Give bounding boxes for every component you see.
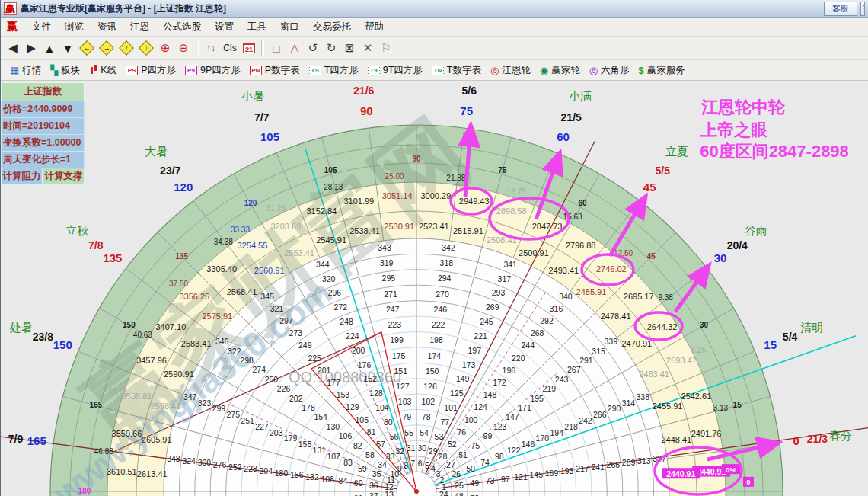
number-ring-value: 243: [555, 375, 569, 384]
back-icon[interactable]: ◀: [4, 39, 22, 57]
percent-ring-value: 28.13: [324, 183, 343, 191]
cls-icon[interactable]: Cls: [220, 39, 240, 57]
menu-item-8[interactable]: 交易委托: [306, 19, 358, 35]
number-ring-value: 31: [407, 443, 416, 453]
view-button-hexagon[interactable]: ◎六角形: [585, 63, 634, 78]
menu-item-5[interactable]: 设置: [208, 19, 241, 35]
menu-item-9[interactable]: 帮助: [358, 19, 391, 35]
price-ring-inner-value: 2493.41: [548, 266, 579, 275]
number-ring-value: 226: [277, 384, 291, 393]
number-ring-value: 170: [536, 434, 550, 443]
gann-wheel-canvas[interactable]: 赢家财富网www.yingjia360.comQQ:10088003602412…: [1, 81, 868, 496]
view-button-kline[interactable]: K线: [85, 63, 121, 78]
percent-ring-value: 40.63: [133, 331, 152, 339]
number-ring-value: 228: [244, 464, 257, 473]
number-ring-value: 204: [260, 466, 273, 475]
view-button-t-square[interactable]: TST四方形: [305, 63, 363, 78]
number-ring-value: 13: [385, 490, 394, 496]
pan-up-icon[interactable]: ↑: [116, 39, 136, 57]
price-ring-inner-value: 2463.41: [639, 370, 669, 379]
zoom-in-icon[interactable]: ⊕: [156, 39, 174, 57]
rotate-ccw-icon[interactable]: ↺: [304, 39, 322, 57]
number-ring-value: 348: [167, 454, 180, 463]
price-ring-inner-value: 2598.41: [151, 402, 181, 411]
zoom-out-icon[interactable]: ⊖: [174, 39, 193, 57]
price-ring-inner-value: 2613.41: [137, 469, 168, 478]
outer-degree-label: 120: [174, 181, 193, 194]
number-ring-value: 53: [435, 432, 444, 441]
toolbar-separator: [261, 40, 264, 56]
outer-degree-label: 165: [27, 434, 46, 447]
calc-resistance-button[interactable]: 计算阻力: [1, 168, 43, 185]
box-x-icon[interactable]: ⊠: [340, 39, 359, 57]
view-button-p-square[interactable]: PSP四方形: [121, 63, 180, 78]
price-ring-inner-value: 2538.41: [349, 226, 380, 235]
scale-updown-icon[interactable]: ↑↓: [202, 39, 220, 57]
view-button-quotes[interactable]: ▦行情: [5, 63, 46, 78]
view-button-winner-service[interactable]: $赢家服务: [634, 63, 690, 78]
calc-support-button[interactable]: 计算支撑: [43, 168, 85, 185]
view-button-p-table[interactable]: PNP数字表: [245, 63, 305, 78]
percent-ring-value: 3.13: [713, 404, 729, 412]
price-ring-outer-value: 2695.17: [624, 292, 654, 301]
number-ring-value: 252: [228, 462, 242, 472]
pan-left-icon[interactable]: ←: [77, 39, 97, 57]
price-ring-inner-current: 2440.91: [666, 469, 695, 478]
number-ring-value: 6: [418, 459, 423, 468]
view-button-9t-square[interactable]: T99T四方形: [363, 63, 427, 78]
number-ring-value: 318: [440, 258, 454, 267]
number-ring-value: 4: [431, 464, 436, 473]
price-ring-inner-value: 2553.41: [284, 248, 314, 258]
customer-service-button[interactable]: 客服: [824, 2, 857, 16]
number-ring-value: 291: [579, 356, 593, 365]
view-button-winner-wheel[interactable]: ◉赢家轮: [535, 63, 585, 78]
crosshair-icon[interactable]: ✕: [359, 39, 377, 57]
view-button-9p-square[interactable]: P99P四方形: [180, 63, 245, 78]
views-toolbar: ▦行情▚板块K线PSP四方形P99P四方形PNP数字表TST四方形T99T四方形…: [1, 60, 868, 81]
calendar-icon[interactable]: 21: [240, 39, 258, 57]
pan-right-icon[interactable]: →: [97, 39, 116, 57]
pan-down-icon[interactable]: ↓: [136, 39, 156, 57]
number-ring-value: 227: [255, 422, 269, 431]
view-button-sectors[interactable]: ▚板块: [46, 63, 85, 78]
number-ring-value: 80: [384, 418, 393, 427]
flag-icon[interactable]: ⚐: [377, 39, 395, 57]
price-ring-outer-value: 2949.43: [459, 197, 490, 206]
annotation-note-0: 江恩轮中轮: [700, 98, 786, 117]
p-square-icon: PS: [126, 66, 138, 75]
menu-item-7[interactable]: 窗口: [273, 19, 306, 35]
view-button-gann-wheel[interactable]: ◎江恩轮: [486, 63, 535, 78]
price-ring-outer-value: 2847.73: [532, 222, 563, 231]
menu-item-0[interactable]: 文件: [25, 19, 58, 35]
rotate-cw-icon[interactable]: ↻: [322, 39, 340, 57]
triangle-tool-icon[interactable]: △: [286, 39, 304, 57]
pointer-down-icon[interactable]: ▼: [59, 39, 77, 57]
price-ring-outer-current: 2440.91: [697, 467, 726, 476]
number-ring-value: 100: [464, 415, 478, 424]
menu-item-4[interactable]: 公式选股: [156, 19, 208, 35]
number-ring-value: 289: [622, 458, 636, 467]
app-icon: 赢: [4, 2, 17, 15]
menu-item-3[interactable]: 江恩: [123, 19, 156, 35]
menu-item-6[interactable]: 工具: [241, 19, 273, 35]
price-ring-inner-value: 2590.91: [164, 370, 194, 379]
price-ring-outer-value: 2796.88: [566, 241, 596, 250]
price-ring-inner-value: 2478.41: [601, 312, 631, 321]
number-ring-value: 55: [404, 428, 413, 437]
partial-button[interactable]: 论坛: [860, 2, 865, 16]
number-ring-value: 147: [506, 412, 519, 421]
winner-service-icon: $: [639, 66, 644, 75]
menu-item-2[interactable]: 资讯: [91, 19, 123, 35]
number-ring-value: 290: [608, 404, 621, 413]
square-tool-icon[interactable]: □: [267, 39, 286, 57]
number-ring-value: 266: [593, 410, 607, 419]
outer-degree-label: 15: [764, 338, 777, 351]
number-ring-value: 201: [318, 366, 331, 375]
number-ring-value: 294: [438, 274, 452, 283]
pointer-up-icon[interactable]: ▲: [40, 39, 59, 57]
price-ring-inner-value: 2568.41: [227, 287, 257, 296]
number-ring-value: 108: [321, 475, 334, 484]
view-button-t-table[interactable]: TNT数字表: [427, 63, 486, 78]
menu-item-1[interactable]: 浏览: [58, 19, 91, 35]
forward-icon[interactable]: ▶: [22, 39, 40, 57]
